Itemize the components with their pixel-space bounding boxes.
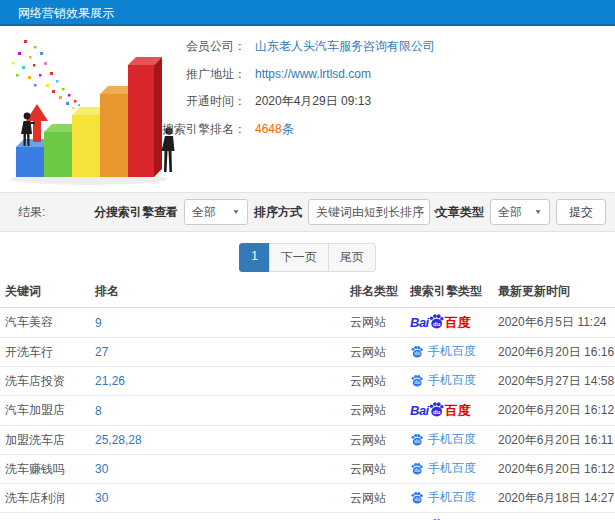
- engine-cell: Baidu百度: [405, 513, 493, 520]
- page-1-button[interactable]: 1: [239, 243, 270, 272]
- keyword-cell: 洗车赚钱吗: [0, 455, 90, 484]
- keyword-cell: 汽车美容: [0, 308, 90, 338]
- rank-cell[interactable]: 27: [90, 338, 345, 367]
- baidu-paw-icon: du: [410, 491, 424, 504]
- baidu-paw-icon: du: [410, 374, 424, 387]
- mobile-baidu-logo: du手机百度: [410, 489, 476, 506]
- table-body: 汽车美容9云网站Baidu百度2020年6月5日 11:24开洗车行27云网站d…: [0, 308, 615, 520]
- engine-cell: Baidu百度: [405, 396, 493, 426]
- company-label: 会员公司：: [160, 38, 246, 55]
- mobile-baidu-logo: du手机百度: [410, 431, 476, 448]
- table-row: 洗车店加盟3云网站Baidu百度2020年6月18日 14:30: [0, 513, 615, 520]
- table-row: 洗车店投资21,26云网站du手机百度2020年5月27日 14:58: [0, 367, 615, 396]
- rank-type-cell: 云网站: [345, 513, 405, 520]
- keyword-cell: 洗车店加盟: [0, 513, 90, 520]
- baidu-paw-icon: du: [410, 345, 424, 358]
- updated-cell: 2020年6月20日 16:12: [493, 396, 615, 426]
- last-page-button[interactable]: 尾页: [328, 243, 376, 272]
- keyword-cell: 汽车加盟店: [0, 396, 90, 426]
- col-rank-type: 排名类型: [345, 276, 405, 308]
- keyword-cell: 洗车店投资: [0, 367, 90, 396]
- rank-type-cell: 云网站: [345, 396, 405, 426]
- rank-cell[interactable]: 21,26: [90, 367, 345, 396]
- confetti-dots: [12, 40, 80, 110]
- article-type-label: 文章类型: [436, 204, 484, 221]
- rank-type-cell: 云网站: [345, 367, 405, 396]
- rank-cell[interactable]: 25,28,28: [90, 426, 345, 455]
- chevron-down-icon: ▼: [432, 208, 440, 215]
- baidu-paw-icon: du: [428, 401, 445, 417]
- engine-filter-label: 分搜索引擎查看: [94, 204, 178, 221]
- engine-rank-unit: 条: [282, 122, 294, 136]
- rank-cell[interactable]: 30: [90, 484, 345, 513]
- sort-filter-select[interactable]: 关键词由短到长排序▼: [308, 199, 430, 225]
- rank-cell[interactable]: 9: [90, 308, 345, 338]
- engine-rank-value: 4648条: [255, 121, 294, 138]
- info-row-url: 推广地址： https://www.lrtlsd.com: [160, 61, 611, 89]
- company-link[interactable]: 山东老人头汽车服务咨询有限公司: [255, 38, 435, 55]
- rank-type-cell: 云网站: [345, 484, 405, 513]
- col-engine-type: 搜索引擎类型: [405, 276, 493, 308]
- baidu-logo: Baidu百度: [410, 313, 471, 332]
- next-page-button[interactable]: 下一页: [269, 243, 329, 272]
- table-row: 加盟洗车店25,28,28云网站du手机百度2020年6月20日 16:11: [0, 426, 615, 455]
- promo-url-link[interactable]: https://www.lrtlsd.com: [255, 67, 371, 81]
- engine-cell: Baidu百度: [405, 308, 493, 338]
- engine-filter-select[interactable]: 全部▼: [184, 199, 248, 225]
- marketing-illustration: [4, 32, 182, 188]
- svg-text:du: du: [433, 321, 441, 327]
- updated-cell: 2020年6月5日 11:24: [493, 308, 615, 338]
- table-header-row: 关键词 排名 排名类型 搜索引擎类型 最新更新时间: [0, 276, 615, 308]
- updated-cell: 2020年6月20日 16:11: [493, 426, 615, 455]
- svg-text:du: du: [414, 380, 420, 385]
- engine-cell: du手机百度: [405, 367, 493, 396]
- engine-cell: du手机百度: [405, 455, 493, 484]
- rank-cell[interactable]: 30: [90, 455, 345, 484]
- page-title: 网络营销效果展示: [18, 6, 114, 20]
- rank-cell[interactable]: 3: [90, 513, 345, 520]
- svg-text:du: du: [414, 468, 420, 473]
- updated-cell: 2020年6月20日 16:16: [493, 338, 615, 367]
- chevron-down-icon: ▼: [232, 208, 240, 215]
- article-type-select[interactable]: 全部▼: [490, 199, 550, 225]
- pagination: 1 下一页 尾页: [0, 243, 615, 272]
- updated-cell: 2020年6月18日 14:30: [493, 513, 615, 520]
- rank-type-cell: 云网站: [345, 308, 405, 338]
- filter-bar: 结果: 分搜索引擎查看 全部▼ 排序方式 关键词由短到长排序▼ 文章类型 全部▼…: [0, 192, 615, 232]
- updated-cell: 2020年5月27日 14:58: [493, 367, 615, 396]
- info-row-open-time: 开通时间： 2020年4月29日 09:13: [160, 88, 611, 116]
- col-keyword: 关键词: [0, 276, 90, 308]
- baidu-paw-icon: du: [410, 462, 424, 475]
- chevron-down-icon: ▼: [534, 208, 542, 215]
- table-row: 开洗车行27云网站du手机百度2020年6月20日 16:16: [0, 338, 615, 367]
- table-row: 汽车美容9云网站Baidu百度2020年6月5日 11:24: [0, 308, 615, 338]
- engine-cell: du手机百度: [405, 484, 493, 513]
- result-label: 结果:: [18, 204, 45, 221]
- rank-type-cell: 云网站: [345, 338, 405, 367]
- results-table: 关键词 排名 排名类型 搜索引擎类型 最新更新时间 汽车美容9云网站Baidu百…: [0, 276, 615, 520]
- page-header: 网络营销效果展示: [0, 0, 615, 26]
- rank-cell[interactable]: 8: [90, 396, 345, 426]
- member-info: 会员公司： 山东老人头汽车服务咨询有限公司 推广地址： https://www.…: [160, 33, 611, 143]
- svg-text:du: du: [433, 409, 441, 415]
- rank-type-cell: 云网站: [345, 426, 405, 455]
- filter-controls: 分搜索引擎查看 全部▼ 排序方式 关键词由短到长排序▼ 文章类型 全部▼ 提交: [94, 199, 606, 225]
- promo-url-label: 推广地址：: [160, 66, 246, 83]
- baidu-paw-icon: du: [410, 433, 424, 446]
- table-row: 汽车加盟店8云网站Baidu百度2020年6月20日 16:12: [0, 396, 615, 426]
- submit-button[interactable]: 提交: [556, 199, 606, 225]
- keyword-cell: 洗车店利润: [0, 484, 90, 513]
- mobile-baidu-logo: du手机百度: [410, 343, 476, 360]
- mobile-baidu-logo: du手机百度: [410, 460, 476, 477]
- engine-cell: du手机百度: [405, 426, 493, 455]
- updated-cell: 2020年6月20日 16:12: [493, 455, 615, 484]
- col-updated: 最新更新时间: [493, 276, 615, 308]
- mobile-baidu-logo: du手机百度: [410, 372, 476, 389]
- svg-text:du: du: [414, 351, 420, 356]
- info-row-company: 会员公司： 山东老人头汽车服务咨询有限公司: [160, 33, 611, 61]
- keyword-cell: 开洗车行: [0, 338, 90, 367]
- updated-cell: 2020年6月18日 14:27: [493, 484, 615, 513]
- open-time-label: 开通时间：: [160, 93, 246, 110]
- engine-rank-label: 搜索引擎排名：: [160, 121, 246, 138]
- keyword-cell: 加盟洗车店: [0, 426, 90, 455]
